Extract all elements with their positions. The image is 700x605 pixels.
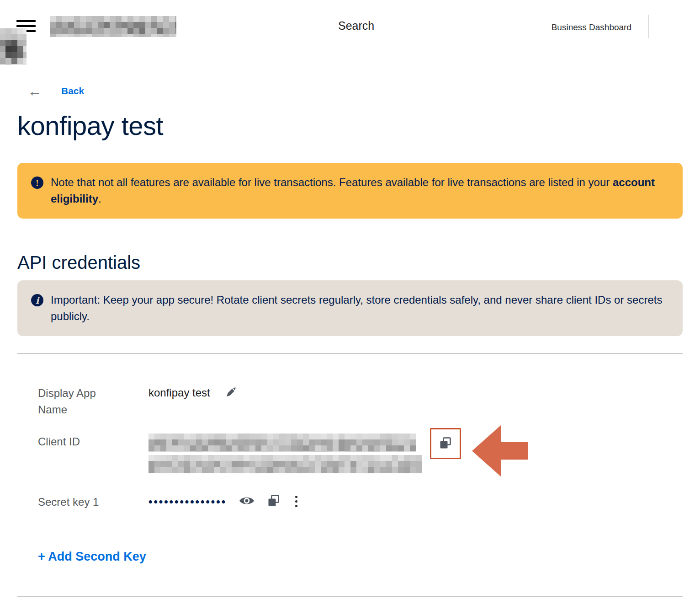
top-header: Search Business Dashboard — [0, 0, 700, 51]
secret-key-value-wrap: ••••••••••••••• — [148, 494, 300, 509]
display-app-name-row: Display App Name konfipay test — [38, 385, 683, 418]
notice-text: Note that not all features are available… — [51, 174, 669, 207]
client-id-label: Client ID — [38, 434, 148, 450]
client-id-row: Client ID — [38, 434, 683, 478]
pencil-icon — [226, 392, 238, 399]
security-info-text: Important: Keep your app secure! Rotate … — [51, 292, 669, 325]
credentials-table: Display App Name konfipay test Client ID — [17, 385, 683, 564]
page-title: konfipay test — [17, 110, 683, 141]
api-credentials-heading: API credentials — [17, 252, 683, 273]
divider-bottom — [17, 596, 683, 597]
display-app-name-value-wrap: konfipay test — [148, 385, 238, 401]
client-id-value-wrap — [148, 434, 528, 478]
notice-text-main: Note that not all features are available… — [51, 176, 613, 188]
eye-icon — [239, 494, 255, 509]
copy-icon — [439, 436, 452, 451]
notice-text-suffix: . — [98, 193, 101, 205]
business-dashboard-link[interactable]: Business Dashboard — [552, 22, 631, 32]
app-logo[interactable] — [50, 16, 176, 37]
back-link[interactable]: Back — [61, 86, 84, 96]
client-id-label-text: Client ID — [38, 434, 80, 450]
copy-secret-button[interactable] — [267, 494, 281, 509]
secret-key-label: Secret key 1 — [38, 494, 148, 510]
live-transactions-notice-banner: ! Note that not all features are availab… — [17, 163, 683, 219]
display-app-name-label-text: Display App Name — [38, 385, 118, 418]
secret-key-label-text: Secret key 1 — [38, 494, 99, 510]
main-content: ← Back konfipay test ! Note that not all… — [0, 84, 700, 605]
info-icon: i — [31, 294, 43, 306]
add-second-key-link[interactable]: + Add Second Key — [38, 550, 146, 564]
client-id-redacted-line2 — [148, 455, 422, 473]
display-app-name-value: konfipay test — [148, 385, 210, 401]
secret-key-masked-value: ••••••••••••••• — [148, 495, 227, 509]
header-divider — [648, 15, 649, 38]
client-id-redacted-line1 — [148, 434, 416, 452]
divider-top — [17, 353, 683, 354]
copy-icon — [267, 494, 281, 509]
exclamation-icon: ! — [31, 177, 43, 189]
edit-app-name-button[interactable] — [226, 385, 238, 399]
security-info-banner: i Important: Keep your app secure! Rotat… — [17, 280, 683, 336]
back-row: ← Back — [17, 84, 683, 98]
orange-arrow-annotation-icon — [472, 425, 528, 478]
client-id-redacted-value — [148, 434, 422, 473]
back-arrow-icon[interactable]: ← — [27, 84, 42, 98]
kebab-menu-icon[interactable] — [292, 495, 300, 508]
reveal-secret-button[interactable] — [239, 494, 255, 509]
secret-key-row: Secret key 1 ••••••••••••••• — [38, 494, 683, 510]
avatar[interactable] — [0, 28, 27, 65]
display-app-name-label: Display App Name — [38, 385, 148, 418]
copy-client-id-button[interactable] — [430, 428, 461, 459]
search-button[interactable]: Search — [338, 19, 374, 32]
